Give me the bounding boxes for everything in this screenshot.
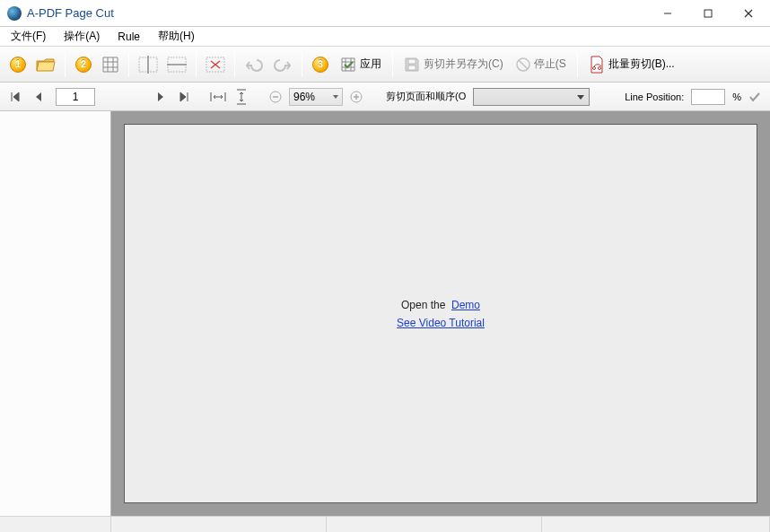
open-demo-line: Open the Demo (401, 299, 480, 311)
delete-cut-icon (206, 56, 225, 74)
step-1-button[interactable]: 1 (5, 51, 31, 78)
toolbar-separator (302, 52, 302, 77)
cut-horizontal-icon (167, 56, 187, 74)
status-cell (111, 517, 327, 532)
step-2-badge: 2 (75, 57, 92, 73)
open-text: Open the (401, 299, 445, 311)
step-3-badge: 3 (312, 57, 328, 73)
fit-height-icon (235, 89, 248, 105)
add-horizontal-cut-button[interactable] (163, 51, 190, 78)
step-2-button[interactable]: 2 (71, 51, 96, 78)
thumbnails-panel[interactable] (0, 111, 111, 516)
minimize-button[interactable] (647, 1, 687, 26)
line-position-input[interactable] (691, 89, 725, 105)
prev-page-icon (33, 91, 44, 103)
window-controls (647, 1, 768, 26)
title-bar: A-PDF Page Cut (0, 0, 770, 27)
last-page-icon (178, 91, 190, 103)
menu-rule[interactable]: Rule (110, 29, 147, 45)
grid-toggle-button[interactable] (98, 51, 123, 78)
batch-label: 批量剪切(B)... (608, 57, 675, 72)
workspace: Open the Demo See Video Tutorial (0, 111, 770, 516)
undo-button[interactable] (241, 51, 267, 78)
check-icon (748, 91, 761, 103)
line-position-label: Line Position: (625, 92, 684, 102)
zoom-in-button[interactable] (346, 87, 366, 107)
svg-rect-1 (704, 10, 712, 17)
floppy-icon (404, 57, 420, 73)
stop-icon (516, 57, 530, 72)
apply-icon (340, 57, 356, 73)
stop-button[interactable]: 停止(S (511, 51, 572, 78)
next-page-icon (155, 91, 166, 103)
fit-width-icon (210, 91, 226, 103)
close-button[interactable] (728, 1, 768, 26)
status-cell (327, 517, 542, 532)
step-1-badge: 1 (10, 57, 26, 73)
status-cell (542, 517, 770, 532)
app-icon (7, 6, 22, 21)
toolbar-separator (196, 52, 197, 77)
cut-vertical-icon (138, 56, 158, 74)
plus-circle-icon (349, 90, 363, 104)
video-tutorial-link[interactable]: See Video Tutorial (397, 317, 485, 329)
redo-icon (273, 57, 293, 73)
prev-page-button[interactable] (29, 87, 48, 107)
maximize-button[interactable] (687, 1, 728, 26)
svg-line-14 (519, 60, 528, 69)
status-bar (0, 516, 770, 532)
save-as-button[interactable]: 剪切并另存为(C) (398, 51, 509, 78)
fit-height-button[interactable] (232, 87, 251, 107)
fit-width-button[interactable] (208, 87, 228, 107)
menu-file[interactable]: 文件(F) (4, 27, 53, 46)
svg-rect-12 (408, 65, 416, 70)
apply-button[interactable]: 应用 (335, 51, 387, 78)
zoom-out-button[interactable] (266, 87, 285, 107)
main-toolbar: 1 2 3 应用 剪切并另存为(C) 停止(S 批量剪切(B)... (0, 47, 770, 83)
toolbar-separator (65, 52, 66, 77)
window-title: A-PDF Page Cut (27, 6, 647, 20)
undo-icon (244, 57, 264, 73)
delete-cut-button[interactable] (202, 51, 229, 78)
canvas-area: Open the Demo See Video Tutorial (111, 111, 770, 516)
next-page-button[interactable] (151, 87, 171, 107)
cut-order-combo[interactable] (473, 88, 590, 106)
add-vertical-cut-button[interactable] (135, 51, 162, 78)
grid-icon (101, 56, 119, 74)
svg-rect-11 (408, 59, 416, 64)
menu-bar: 文件(F) 操作(A) Rule 帮助(H) (0, 27, 770, 47)
first-page-icon (9, 91, 22, 103)
redo-button[interactable] (269, 51, 296, 78)
menu-help[interactable]: 帮助(H) (151, 27, 202, 46)
toolbar-separator (577, 52, 578, 77)
page-number-input[interactable]: 1 (56, 88, 95, 106)
navigation-toolbar: 1 96% 剪切页面和顺序(O Line Position: % (0, 83, 770, 111)
step-3-button[interactable]: 3 (308, 51, 333, 78)
save-as-label: 剪切并另存为(C) (424, 57, 503, 72)
open-file-button[interactable] (32, 51, 59, 78)
last-page-button[interactable] (174, 87, 194, 107)
toolbar-separator (392, 52, 393, 77)
percent-label: % (732, 92, 741, 102)
stop-label: 停止(S (534, 57, 566, 72)
toolbar-separator (234, 52, 235, 77)
zoom-level-combo[interactable]: 96% (289, 88, 343, 106)
demo-link[interactable]: Demo (451, 299, 480, 311)
minus-circle-icon (268, 90, 283, 104)
apply-label: 应用 (360, 57, 381, 72)
folder-open-icon (36, 57, 56, 73)
menu-action[interactable]: 操作(A) (57, 27, 107, 46)
batch-cut-button[interactable]: 批量剪切(B)... (583, 51, 680, 78)
page-placeholder: Open the Demo See Video Tutorial (124, 124, 757, 503)
cut-order-label: 剪切页面和顺序(O (386, 90, 466, 103)
status-cell (0, 517, 111, 532)
first-page-button[interactable] (5, 87, 25, 107)
toolbar-separator (128, 52, 129, 77)
pdf-batch-icon (589, 56, 605, 74)
confirm-line-button[interactable] (745, 87, 765, 107)
